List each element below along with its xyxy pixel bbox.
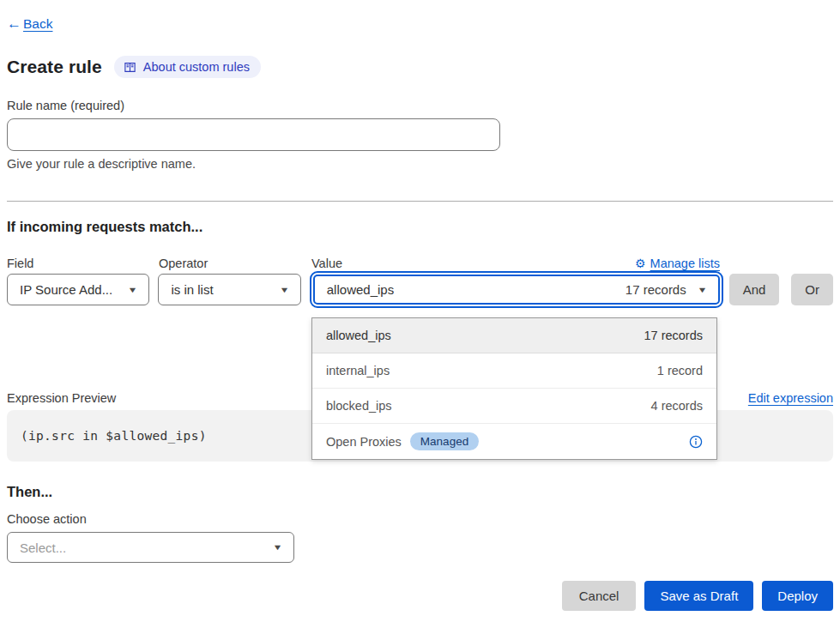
match-section: If incoming requests match... Field Oper… [7,219,833,308]
back-row: ←Back [7,0,833,33]
manage-lists-link[interactable]: Manage lists [650,257,720,270]
rule-name-label: Rule name (required) [7,99,833,112]
back-link-label: Back [23,16,52,32]
expression-preview-label: Expression Preview [7,391,116,405]
value-dropdown-menu: allowed_ips 17 records internal_ips 1 re… [311,317,717,460]
dropdown-item-open-proxies[interactable]: Open Proxies Managed [312,424,716,459]
or-button[interactable]: Or [791,274,833,305]
create-rule-page: ←Back Create rule About custom rules Rul… [0,0,840,634]
chevron-down-icon: ▼ [279,286,289,294]
match-section-heading: If incoming requests match... [7,219,833,235]
action-select[interactable]: Select... ▼ [7,532,294,563]
cancel-button[interactable]: Cancel [562,581,637,611]
dropdown-item-internal-ips[interactable]: internal_ips 1 record [312,353,716,389]
gear-icon: ⚙ [635,257,646,269]
list-record-count: 1 record [657,364,703,377]
value-select-value: allowed_ips [327,282,394,297]
save-as-draft-button[interactable]: Save as Draft [644,581,753,611]
chevron-down-icon: ▼ [273,543,283,552]
list-name: Open Proxies [326,435,402,449]
chevron-down-icon: ▼ [128,286,138,294]
operator-label: Operator [159,257,311,270]
about-custom-rules-link[interactable]: About custom rules [114,56,261,78]
rule-name-helper-text: Give your rule a descriptive name. [7,157,833,171]
value-label: Value [311,257,342,270]
info-icon[interactable] [689,435,703,449]
match-labels-row: Field Operator Value ⚙ Manage lists [7,257,833,270]
dropdown-item-allowed-ips[interactable]: allowed_ips 17 records [312,318,716,353]
value-select-record-count: 17 records [625,282,686,297]
match-controls-row: IP Source Add... ▼ is in list ▼ allowed_… [7,274,833,308]
value-select-focus-ring: allowed_ips 17 records ▼ [310,271,723,308]
back-arrow-icon: ← [7,15,21,33]
managed-badge: Managed [410,432,479,450]
about-custom-rules-label: About custom rules [143,60,250,74]
action-select-placeholder: Select... [20,540,66,555]
choose-action-label: Choose action [7,512,833,526]
and-button[interactable]: And [729,274,780,305]
page-title: Create rule [7,57,102,77]
dropdown-item-blocked-ips[interactable]: blocked_ips 4 records [312,389,716,424]
footer-actions: Cancel Save as Draft Deploy [7,581,833,611]
list-name: allowed_ips [326,329,391,342]
operator-select-value: is in list [171,282,213,297]
list-name: internal_ips [326,364,390,377]
edit-expression-link[interactable]: Edit expression [748,391,833,405]
field-label: Field [7,257,159,270]
expression-code: (ip.src in $allowed_ips) [21,429,207,443]
back-link[interactable]: ←Back [7,15,52,33]
value-select[interactable]: allowed_ips 17 records ▼ [313,275,720,305]
list-record-count: 17 records [644,329,703,342]
rule-name-input[interactable] [7,118,500,151]
field-select[interactable]: IP Source Add... ▼ [7,274,149,305]
chevron-down-icon: ▼ [697,286,707,294]
operator-select[interactable]: is in list ▼ [158,274,300,305]
manage-lists-wrap: ⚙ Manage lists [635,257,720,270]
then-section-heading: Then... [7,484,833,500]
section-divider [7,201,833,202]
book-icon [124,61,136,74]
field-select-value: IP Source Add... [20,282,112,297]
rule-name-block: Rule name (required) Give your rule a de… [7,99,833,171]
list-name: blocked_ips [326,399,392,413]
list-record-count: 4 records [651,399,703,413]
deploy-button[interactable]: Deploy [762,581,833,611]
then-section: Then... Choose action Select... ▼ [7,484,833,563]
heading-row: Create rule About custom rules [7,56,833,78]
